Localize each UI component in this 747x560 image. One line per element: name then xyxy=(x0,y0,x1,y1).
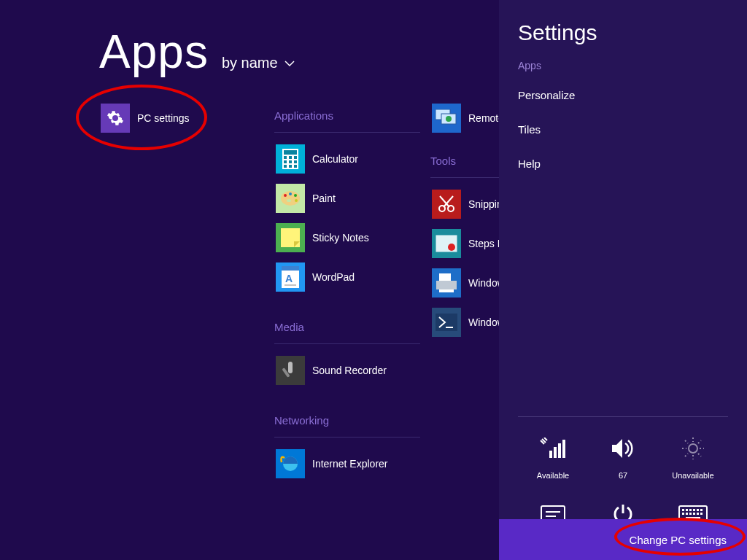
svg-rect-3 xyxy=(289,156,292,159)
settings-charm-pane: Settings Apps Personalize Tiles Help Ava… xyxy=(499,0,747,560)
app-paint[interactable]: Paint xyxy=(274,182,420,214)
svg-rect-41 xyxy=(558,443,561,458)
svg-rect-64 xyxy=(686,513,688,515)
svg-rect-62 xyxy=(700,509,703,511)
chevron-down-icon xyxy=(284,58,295,69)
svg-rect-35 xyxy=(436,281,457,289)
app-pc-settings[interactable]: PC settings xyxy=(99,102,191,134)
svg-point-13 xyxy=(289,192,292,195)
svg-line-49 xyxy=(698,454,701,456)
quick-label: Available xyxy=(537,471,569,480)
app-sound-recorder[interactable]: Sound Recorder xyxy=(274,354,420,386)
svg-rect-61 xyxy=(697,509,699,511)
apps-title: Apps xyxy=(99,25,209,79)
microphone-icon xyxy=(276,356,305,385)
fax-icon xyxy=(432,268,461,298)
svg-rect-17 xyxy=(281,228,300,247)
quick-label: Unavailable xyxy=(672,471,713,480)
svg-rect-5 xyxy=(284,160,287,163)
svg-rect-19 xyxy=(282,266,299,271)
group-networking: Networking xyxy=(274,414,420,427)
brightness-icon xyxy=(658,433,728,464)
svg-point-12 xyxy=(284,194,287,197)
svg-point-33 xyxy=(448,244,455,251)
charms-context: Apps xyxy=(518,60,728,71)
app-label: Paint xyxy=(312,192,336,204)
svg-text:A: A xyxy=(285,273,293,284)
svg-rect-57 xyxy=(682,509,684,511)
scissors-icon xyxy=(432,190,461,219)
internet-explorer-icon xyxy=(276,449,305,478)
quick-network[interactable]: Available xyxy=(518,433,588,480)
svg-rect-66 xyxy=(693,513,695,515)
svg-rect-40 xyxy=(554,447,557,458)
app-sticky-notes[interactable]: Sticky Notes xyxy=(274,222,420,254)
svg-rect-7 xyxy=(294,160,297,163)
svg-rect-1 xyxy=(284,150,297,155)
svg-line-48 xyxy=(685,440,688,443)
svg-point-15 xyxy=(295,199,298,202)
charms-tiles[interactable]: Tiles xyxy=(518,123,728,136)
svg-rect-60 xyxy=(693,509,695,511)
svg-rect-59 xyxy=(689,509,692,511)
sort-dropdown[interactable]: by name xyxy=(222,55,295,71)
svg-rect-22 xyxy=(288,362,293,373)
svg-rect-34 xyxy=(439,273,451,281)
svg-line-51 xyxy=(685,454,688,456)
svg-point-43 xyxy=(689,444,697,453)
group-applications: Applications xyxy=(274,109,420,122)
svg-rect-36 xyxy=(439,289,454,292)
charms-personalize[interactable]: Personalize xyxy=(518,89,728,101)
svg-rect-9 xyxy=(289,165,292,168)
svg-point-14 xyxy=(294,194,297,197)
svg-point-16 xyxy=(287,199,291,202)
change-pc-settings[interactable]: Change PC settings xyxy=(499,519,747,560)
calculator-icon xyxy=(276,144,305,174)
svg-rect-4 xyxy=(294,156,297,159)
gear-icon xyxy=(101,104,130,133)
charms-help[interactable]: Help xyxy=(518,158,728,170)
svg-line-50 xyxy=(698,440,701,443)
network-icon xyxy=(518,433,588,464)
app-label: Sticky Notes xyxy=(312,232,369,244)
app-label: WordPad xyxy=(312,271,355,283)
svg-rect-6 xyxy=(289,160,292,163)
svg-rect-2 xyxy=(284,156,287,159)
svg-rect-10 xyxy=(294,165,297,168)
quick-label: 67 xyxy=(619,471,627,480)
powershell-icon xyxy=(432,308,461,337)
volume-icon xyxy=(588,433,658,464)
wordpad-icon: A xyxy=(276,262,305,292)
steps-recorder-icon xyxy=(432,229,461,258)
app-label: Sound Recorder xyxy=(312,365,387,376)
app-label: Calculator xyxy=(312,153,358,165)
group-media: Media xyxy=(274,321,420,333)
app-label: Internet Explorer xyxy=(312,458,388,470)
svg-rect-42 xyxy=(562,440,565,458)
svg-rect-67 xyxy=(697,513,699,515)
svg-rect-58 xyxy=(686,509,688,511)
svg-rect-65 xyxy=(689,513,692,515)
app-calculator[interactable]: Calculator xyxy=(274,143,420,175)
app-wordpad[interactable]: A WordPad xyxy=(274,261,420,293)
svg-rect-68 xyxy=(700,513,703,515)
svg-rect-39 xyxy=(549,451,552,458)
charms-title: Settings xyxy=(518,20,728,45)
svg-point-27 xyxy=(446,116,452,122)
sort-label: by name xyxy=(222,55,278,71)
svg-rect-37 xyxy=(436,314,457,331)
sticky-notes-icon xyxy=(276,223,305,252)
paint-icon xyxy=(276,184,305,213)
app-label: PC settings xyxy=(137,112,190,124)
svg-rect-8 xyxy=(284,165,287,168)
quick-brightness[interactable]: Unavailable xyxy=(658,433,728,480)
change-pc-settings-label: Change PC settings xyxy=(630,534,727,546)
remote-desktop-icon xyxy=(432,104,461,133)
app-internet-explorer[interactable]: Internet Explorer xyxy=(274,448,420,480)
svg-rect-63 xyxy=(682,513,684,515)
quick-volume[interactable]: 67 xyxy=(588,433,658,480)
